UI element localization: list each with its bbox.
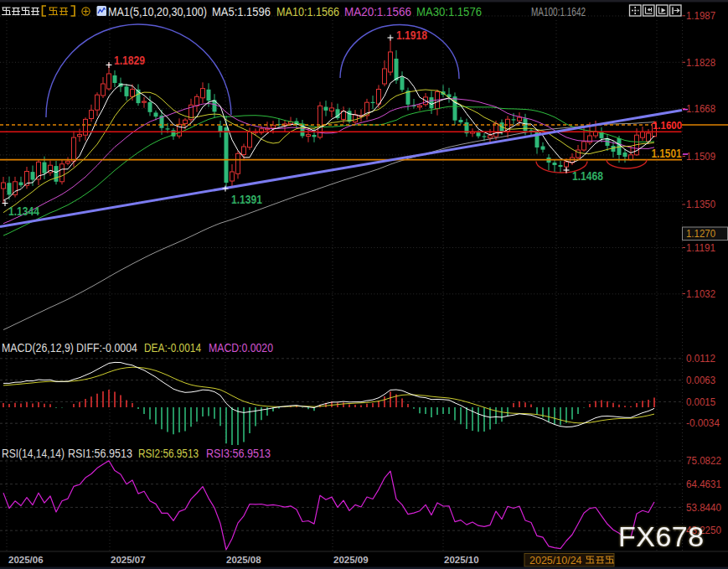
svg-text:1.1468: 1.1468 xyxy=(572,169,603,183)
svg-text:1.1270: 1.1270 xyxy=(686,228,715,240)
svg-text:RSI2:56.9513: RSI2:56.9513 xyxy=(138,447,199,460)
svg-text:1.1501: 1.1501 xyxy=(652,147,682,160)
svg-text:MACD(26,12,9): MACD(26,12,9) xyxy=(2,341,74,354)
svg-text:DIFF:-0.0004: DIFF:-0.0004 xyxy=(76,341,137,354)
svg-text:1.1668: 1.1668 xyxy=(686,103,715,115)
svg-text:2025/08: 2025/08 xyxy=(226,555,261,565)
svg-text:MA1(5,10,20,30,100): MA1(5,10,20,30,100) xyxy=(108,5,207,18)
svg-text:2025/07: 2025/07 xyxy=(111,555,146,565)
svg-text:-0.0034: -0.0034 xyxy=(686,417,720,429)
svg-text:2025/06: 2025/06 xyxy=(8,555,44,565)
svg-text:FX678: FX678 xyxy=(618,520,705,552)
svg-text:1.1032: 1.1032 xyxy=(686,288,715,300)
svg-text:MA20:1.1566: MA20:1.1566 xyxy=(344,5,411,18)
svg-text:1.1391: 1.1391 xyxy=(231,193,262,206)
svg-text:1.1344: 1.1344 xyxy=(8,204,39,218)
svg-text:1.1918: 1.1918 xyxy=(396,28,427,42)
svg-text:MA5:1.1596: MA5:1.1596 xyxy=(212,5,271,18)
svg-text:1.1509: 1.1509 xyxy=(686,151,715,163)
svg-text:1.1987: 1.1987 xyxy=(686,10,715,22)
svg-text:64.4631: 64.4631 xyxy=(686,478,721,490)
svg-text:MA30:1.1576: MA30:1.1576 xyxy=(416,5,482,18)
svg-text:0.0112: 0.0112 xyxy=(686,353,715,365)
svg-text:0.0015: 0.0015 xyxy=(686,396,715,408)
svg-text:1.1828: 1.1828 xyxy=(686,57,715,69)
svg-text:RSI3:56.9513: RSI3:56.9513 xyxy=(206,447,271,460)
svg-text:RSI(14,14,14): RSI(14,14,14) xyxy=(2,447,65,460)
svg-text:2025/09: 2025/09 xyxy=(333,555,369,565)
svg-text:RSI1:56.9513: RSI1:56.9513 xyxy=(68,447,132,460)
svg-text:1.1829: 1.1829 xyxy=(114,54,145,67)
svg-text:1.1350: 1.1350 xyxy=(686,199,715,210)
svg-text:1.1191: 1.1191 xyxy=(686,242,715,254)
svg-text:2025/10: 2025/10 xyxy=(444,555,479,565)
svg-text:53.8440: 53.8440 xyxy=(686,502,721,514)
svg-text:MA10:1.1566: MA10:1.1566 xyxy=(276,5,339,18)
svg-text:MA100:1.1642: MA100:1.1642 xyxy=(531,5,586,18)
svg-text:MACD:0.0020: MACD:0.0020 xyxy=(209,341,273,354)
svg-text:2025/10/24: 2025/10/24 xyxy=(529,555,582,566)
svg-text:DEA:-0.0014: DEA:-0.0014 xyxy=(144,341,201,354)
svg-text:1.1600: 1.1600 xyxy=(653,119,682,132)
svg-text:75.0822: 75.0822 xyxy=(686,455,721,467)
svg-text:0.0063: 0.0063 xyxy=(686,375,715,386)
